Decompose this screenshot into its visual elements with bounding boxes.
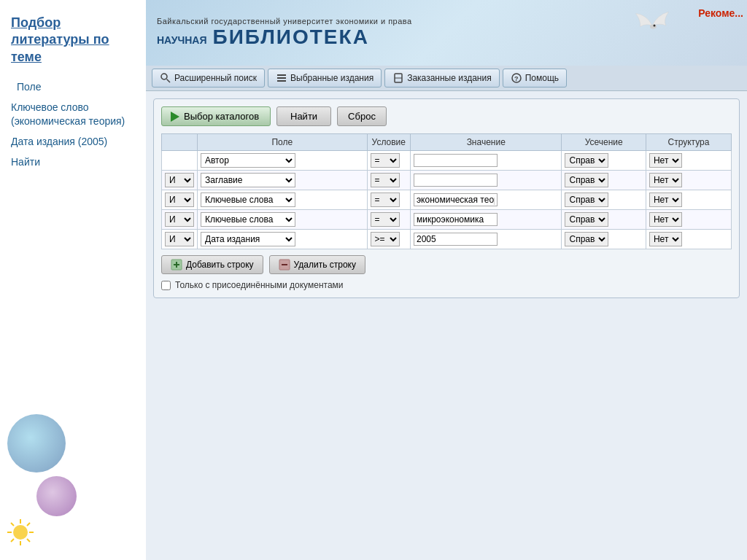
trunc-cell: СправаСлеваНет (562, 171, 646, 190)
field-select[interactable]: АвторЗаглавиеКлючевые словаДата изданияИ… (201, 192, 295, 207)
cond-cell: =>=<=>< (367, 151, 410, 171)
field-select[interactable]: АвторЗаглавиеКлючевые словаДата изданияИ… (201, 153, 295, 168)
header-logo: Байкальский государственный университет … (157, 17, 412, 49)
header-bird-icon (630, 7, 674, 44)
svg-point-0 (13, 525, 28, 540)
header-rekom: Рекоме... (698, 7, 743, 19)
value-cell (410, 151, 562, 171)
struct-select[interactable]: НетДа (649, 153, 682, 168)
value-cell (410, 210, 562, 230)
cond-select[interactable]: =>=<=>< (371, 192, 400, 207)
trunc-select[interactable]: СправаСлеваНет (565, 212, 608, 227)
reset-button[interactable]: Сброс (337, 106, 387, 126)
value-input[interactable] (414, 213, 498, 226)
cond-cell: =>=<=>< (367, 210, 410, 230)
header-brand1: НАУЧНАЯ (157, 34, 207, 46)
table-row: ИИЛИНЕАвторЗаглавиеКлючевые словаДата из… (162, 171, 732, 190)
svg-rect-15 (277, 80, 286, 82)
cond-select[interactable]: =>=<=>< (371, 173, 400, 187)
struct-cell: НетДа (646, 210, 731, 230)
struct-cell: НетДа (646, 190, 731, 210)
catalog-button[interactable]: Выбор каталогов (161, 106, 271, 126)
cond-select[interactable]: =>=<=>< (371, 212, 400, 227)
nav-help[interactable]: ? Помощь (503, 69, 567, 88)
col-value: Значение (410, 134, 562, 151)
field-cell: АвторЗаглавиеКлючевые словаДата изданияИ… (198, 171, 368, 190)
sidebar-item-keyword: Ключевое слово (экономическая теория) (11, 101, 135, 129)
search-bottom-controls: Добавить строку Удалить строку (161, 255, 732, 274)
deco-circle-purple (36, 476, 77, 516)
col-logic (162, 134, 198, 151)
navbar: Расширенный поиск Выбранные издания Зака… (146, 66, 747, 91)
list-icon (276, 72, 287, 84)
value-cell (410, 190, 562, 210)
field-select[interactable]: АвторЗаглавиеКлючевые словаДата изданияИ… (201, 173, 295, 187)
struct-cell: НетДа (646, 171, 731, 190)
sidebar-item-date: Дата издания (2005) (11, 135, 135, 149)
help-icon: ? (511, 72, 522, 84)
value-input[interactable] (414, 174, 498, 187)
trunc-select[interactable]: СправаСлеваНет (565, 232, 608, 246)
field-cell: АвторЗаглавиеКлючевые словаДата изданияИ… (198, 151, 368, 171)
sidebar-item-find: Найти (11, 155, 135, 170)
value-input[interactable] (414, 233, 498, 246)
attached-docs-label: Только с присоединёнными документами (175, 280, 344, 290)
col-trunc: Усечение (562, 134, 646, 151)
attached-docs-checkbox[interactable] (161, 281, 171, 290)
table-row: ИИЛИНЕАвторЗаглавиеКлючевые словаДата из… (162, 190, 732, 210)
nav-ordered[interactable]: Заказанные издания (384, 69, 499, 88)
field-cell: АвторЗаглавиеКлючевые словаДата изданияИ… (198, 230, 368, 249)
struct-select[interactable]: НетДа (649, 192, 682, 207)
sidebar-title: Подбор литературы по теме (11, 15, 135, 66)
cond-select[interactable]: =>=<=>< (371, 232, 400, 246)
svg-line-7 (27, 523, 30, 526)
field-cell: АвторЗаглавиеКлючевые словаДата изданияИ… (198, 210, 368, 230)
logic-select[interactable]: ИИЛИНЕ (165, 192, 194, 207)
play-icon (171, 112, 179, 122)
logic-cell: ИИЛИНЕ (162, 190, 198, 210)
logic-cell: ИИЛИНЕ (162, 171, 198, 190)
value-input[interactable] (414, 193, 498, 206)
header-banner: Байкальский государственный университет … (146, 0, 747, 66)
struct-select[interactable]: НетДа (649, 212, 682, 227)
nav-advanced-search[interactable]: Расширенный поиск (152, 69, 265, 88)
value-cell (410, 230, 562, 249)
add-icon (171, 259, 182, 271)
checkbox-row: Только с присоединёнными документами (161, 280, 732, 290)
add-row-button[interactable]: Добавить строку (161, 255, 263, 274)
logic-cell: ИИЛИНЕ (162, 210, 198, 230)
col-cond: Условие (367, 134, 410, 151)
logic-select[interactable]: ИИЛИНЕ (165, 212, 194, 227)
trunc-select[interactable]: СправаСлеваНет (565, 153, 608, 168)
find-button[interactable]: Найти (276, 106, 331, 126)
search-top-controls: Выбор каталогов Найти Сброс (161, 106, 732, 126)
trunc-select[interactable]: СправаСлеваНет (565, 192, 608, 207)
logic-select[interactable]: ИИЛИНЕ (165, 173, 194, 187)
col-struct: Структура (646, 134, 731, 151)
col-field: Поле (198, 134, 368, 151)
logic-select[interactable]: ИИЛИНЕ (165, 232, 194, 246)
struct-cell: НетДа (646, 230, 731, 249)
header-brand2: БИБЛИОТЕКА (213, 26, 369, 49)
nav-selected[interactable]: Выбранные издания (268, 69, 382, 88)
cond-select[interactable]: =>=<=>< (371, 153, 400, 168)
cond-cell: =>=<=>< (367, 190, 410, 210)
svg-point-11 (161, 74, 167, 79)
struct-select[interactable]: НетДа (649, 232, 682, 246)
svg-rect-14 (277, 77, 286, 79)
del-row-button[interactable]: Удалить строку (269, 255, 365, 274)
table-row: ИИЛИНЕАвторЗаглавиеКлючевые словаДата из… (162, 230, 732, 249)
logic-cell: ИИЛИНЕ (162, 230, 198, 249)
sidebar-item-pole: Поле (11, 80, 135, 95)
struct-select[interactable]: НетДа (649, 173, 682, 187)
table-row: ИИЛИНЕАвторЗаглавиеКлючевые словаДата из… (162, 210, 732, 230)
svg-line-6 (27, 539, 30, 542)
cond-cell: =>=<=>< (367, 230, 410, 249)
field-select[interactable]: АвторЗаглавиеКлючевые словаДата изданияИ… (201, 212, 295, 227)
trunc-select[interactable]: СправаСлеваНет (565, 173, 608, 187)
svg-text:?: ? (514, 75, 519, 82)
deco-sun (6, 518, 35, 547)
value-input[interactable] (414, 154, 498, 167)
field-select[interactable]: АвторЗаглавиеКлючевые словаДата изданияИ… (201, 232, 295, 246)
search-table: Поле Условие Значение Усечение Структура… (161, 133, 732, 249)
